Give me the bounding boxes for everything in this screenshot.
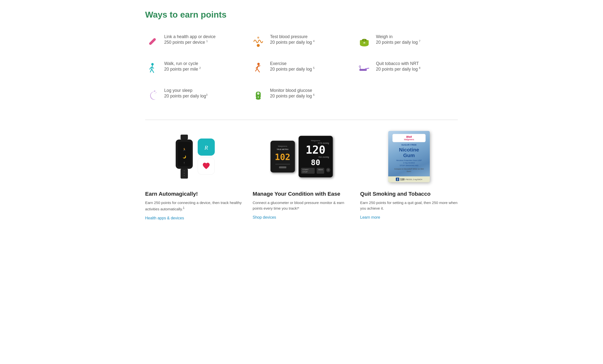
svg-rect-1 [149,38,156,45]
card-desc-condition: Connect a glucometer or blood pressure m… [253,200,350,211]
earn-item-log-sleep: Log your sleep 20 points per daily log3 [145,86,246,105]
bp-diastolic: 80 [311,159,320,166]
earn-name-walk-run: Walk, run or cycle [164,61,201,66]
card-image-condition: Walgreens TRUE METRIX 102 Walgreens SYS … [253,130,350,183]
learn-more-link[interactable]: Learn more [360,215,458,220]
link-icon [145,34,160,49]
tracker-group: 🏃 🌙 ! [173,135,215,179]
tobacco-icon [357,61,372,76]
card-condition: Walgreens TRUE METRIX 102 Walgreens SYS … [253,130,350,220]
small-glucometer-reading: 102 [275,152,290,162]
weigh-icon: ⚖ [357,34,372,49]
shop-devices-link[interactable]: Shop devices [253,215,350,220]
earn-item-weigh-in: ⚖ Weigh in 20 points per daily log 7 [357,32,458,51]
svg-point-39 [184,170,185,171]
earn-name-test-bp: Test blood pressure [270,34,314,39]
earn-text-link-device: Link a health app or device 250 points p… [164,34,216,45]
earn-item-test-bp: Test blood pressure 20 points per daily … [251,32,352,51]
earn-text-weigh-in: Weigh in 20 points per daily log 7 [376,34,420,45]
card-title-automagic: Earn Automagically! [145,191,243,197]
svg-text:🏃: 🏃 [183,148,186,151]
earn-item-monitor-glucose: Monitor blood glucose 20 points per dail… [251,86,352,105]
earn-name-link-device: Link a health app or device [164,34,216,39]
walk-icon [145,61,160,76]
svg-text:🌙: 🌙 [183,155,186,159]
earn-text-quit-tobacco: Quit tobacco with NRT 20 points per dail… [376,61,420,72]
earn-text-exercise: Exercise 20 points per daily log 5 [270,61,314,72]
earn-name-weigh-in: Weigh in [376,34,420,39]
card-title-quit-smoking: Quit Smoking and Tobacco [360,191,458,197]
cards-grid: 🏃 🌙 ! [145,130,458,220]
svg-rect-22 [365,68,369,69]
large-bp-monitor: Walgreens SYS mmHg 120 DIA mmHg 80 START… [299,136,333,177]
earn-points-quit-tobacco: 20 points per daily log 8 [376,67,420,72]
earn-points-test-bp: 20 points per daily log 4 [270,40,314,45]
earn-item-exercise: Exercise 20 points per daily log 5 [251,59,352,78]
earn-points-monitor-glucose: 20 points per daily log 6 [270,93,314,99]
earn-text-monitor-glucose: Monitor blood glucose 20 points per dail… [270,88,314,99]
earn-text-test-bp: Test blood pressure 20 points per daily … [270,34,314,45]
svg-line-12 [152,69,154,73]
earn-name-log-sleep: Log your sleep [164,88,208,93]
card-desc-automagic: Earn 250 points for connecting a device,… [145,200,243,212]
app-icon-teal: R [198,138,215,156]
earn-points-log-sleep: 20 points per daily log3 [164,93,208,99]
card-title-condition: Manage Your Condition with Ease [253,191,350,197]
svg-point-9 [151,63,154,66]
card-quit-smoking: Well Walgreens SUGAR FREE NicotineGum Ni… [360,130,458,220]
svg-point-25 [154,91,155,92]
glucose-icon [251,88,266,102]
svg-line-11 [150,69,152,72]
card-image-automagic: 🏃 🌙 ! [145,130,243,183]
earn-item-walk-run: Walk, run or cycle 20 points per mile 2 [145,59,246,78]
small-glucometer: Walgreens TRUE METRIX 102 [270,141,295,172]
svg-point-26 [156,92,157,93]
svg-rect-32 [181,135,188,139]
svg-text:R: R [204,144,208,151]
svg-point-40 [184,173,185,174]
sleep-icon [145,88,160,102]
glucometer-group: Walgreens TRUE METRIX 102 Walgreens SYS … [270,136,333,177]
card-desc-quit-smoking: Earn 250 points for setting a quit goal,… [360,200,458,211]
svg-point-30 [257,92,259,95]
earn-name-monitor-glucose: Monitor blood glucose [270,88,314,93]
earn-text-walk-run: Walk, run or cycle 20 points per mile 2 [164,61,201,72]
svg-line-18 [257,69,259,72]
earn-grid: Link a health app or device 250 points p… [145,32,458,105]
svg-rect-31 [258,96,259,98]
fitness-band-svg: 🏃 🌙 ! [173,135,195,179]
svg-line-17 [255,69,257,71]
earn-text-log-sleep: Log your sleep 20 points per daily log3 [164,88,208,99]
health-apps-link[interactable]: Health apps & devices [145,216,243,220]
page-container: Ways to earn points Link a health app or… [130,0,473,230]
card-image-quit-smoking: Well Walgreens SUGAR FREE NicotineGum Ni… [360,130,458,183]
earn-item-link-device: Link a health app or device 250 points p… [145,32,246,51]
tracker-apps: R [198,138,215,175]
svg-point-7 [364,39,365,41]
svg-point-3 [257,37,259,39]
section-divider [145,120,458,120]
svg-text:⚖: ⚖ [363,42,365,44]
svg-point-41 [184,175,185,176]
earn-name-quit-tobacco: Quit tobacco with NRT [376,61,420,66]
earn-name-exercise: Exercise [270,61,314,66]
earn-item-quit-tobacco: Quit tobacco with NRT 20 points per dail… [357,59,458,78]
app-icon-health [198,158,215,175]
bp-icon [251,34,266,49]
earn-points-walk-run: 20 points per mile 2 [164,67,201,72]
svg-text:!: ! [184,162,185,164]
svg-point-27 [155,93,156,94]
page-title: Ways to earn points [145,10,458,20]
bp-systolic: 120 [306,145,325,156]
earn-points-link-device: 250 points per device 1 [164,40,216,45]
card-automagic: 🏃 🌙 ! [145,130,243,220]
nicotine-gum-box: Well Walgreens SUGAR FREE NicotineGum Ni… [388,131,430,182]
earn-points-exercise: 20 points per daily log 5 [270,67,314,72]
earn-points-weigh-in: 20 points per daily log 7 [376,40,420,45]
exercise-icon [251,61,266,76]
